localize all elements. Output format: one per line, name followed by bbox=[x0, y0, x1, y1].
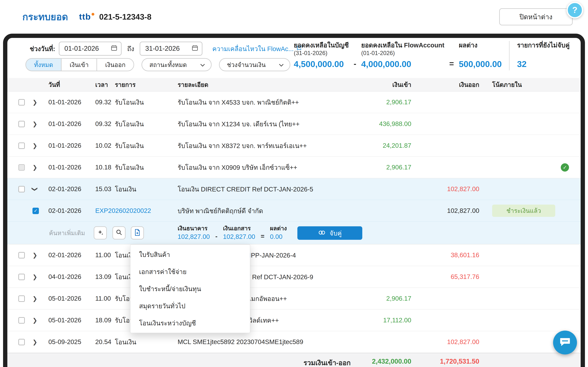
row-type: โอนเงิน bbox=[112, 184, 177, 194]
table-row[interactable]: ❯ 05-01-2026 18.09 รับโอนเงิน รับโอนเงิน… bbox=[7, 309, 581, 331]
summary-divider bbox=[509, 41, 510, 70]
difference-amount-value: 0.00 bbox=[270, 232, 287, 241]
bank-balance-date: (31-01-2026) bbox=[294, 49, 349, 57]
col-date: วันที่ bbox=[43, 80, 91, 90]
status-dropdown[interactable]: สถานะทั้งหมด bbox=[141, 58, 212, 71]
row-detail: MCL SME1jtec5892 20230704SME1jtec589 bbox=[177, 338, 359, 346]
expand-chevron-icon[interactable]: ❯ bbox=[33, 251, 37, 259]
row-time: 13.09 bbox=[91, 273, 112, 280]
ttb-logo: ttb bbox=[79, 12, 94, 22]
date-to-input[interactable]: 31-01-2026 bbox=[140, 42, 203, 56]
date-filter-row: ช่วงวันที่: 01-01-2026 ถึง 31-01-2026 คว… bbox=[30, 42, 302, 56]
bank-amount-block: เงินธนาคาร 102,827.00 bbox=[178, 225, 210, 241]
col-money-in: เงินเข้า bbox=[359, 80, 411, 90]
row-checkbox[interactable] bbox=[18, 164, 25, 170]
amount-range-dropdown[interactable]: ช่วงจำนวนเงิน bbox=[219, 58, 291, 71]
minus-operator: - bbox=[349, 59, 361, 70]
table-row[interactable]: ❯ 04-01-2026 13.09 โอนเงิน โอนเงิน DIREC… bbox=[7, 266, 581, 288]
table-header: วันที่ เวลา รายการ รายละเอียด เงินเข้า เ… bbox=[7, 78, 581, 92]
row-date: 01-01-2026 bbox=[43, 120, 91, 127]
row-checkbox[interactable] bbox=[18, 339, 25, 345]
row-amount-in: 2,906.17 bbox=[359, 295, 411, 302]
menu-item-expense-document[interactable]: เอกสารค่าใช้จ่าย bbox=[130, 263, 250, 280]
close-window-button[interactable]: ปิดหน้าต่าง bbox=[499, 8, 573, 25]
difference-value: 500,000.00 bbox=[459, 58, 502, 70]
document-amount-block: เงินเอกสาร 102,827.00 bbox=[223, 225, 255, 241]
expand-chevron-icon[interactable]: ❯ bbox=[33, 120, 37, 127]
row-date: 02-01-2026 bbox=[43, 185, 91, 193]
chat-widget-button[interactable] bbox=[553, 331, 577, 354]
flowaccount-movement-link[interactable]: ความเคลื่อนไหวใน FlowAc... bbox=[212, 44, 302, 54]
table-row[interactable]: ❯ 01-01-2026 10.02 รับโอนเงิน รับโอนเงิน… bbox=[7, 135, 581, 157]
minus-operator: - bbox=[210, 233, 223, 241]
table-row[interactable]: ❯ 05-09-2025 20.54 โอนเงิน MCL SME1jtec5… bbox=[7, 331, 581, 353]
auto-match-button[interactable] bbox=[94, 226, 107, 240]
table-row[interactable]: ❯ 05-01-2026 11.00 รับโอนเงิน รับโอนเงิน… bbox=[7, 288, 581, 309]
expand-chevron-icon[interactable]: ❯ bbox=[33, 99, 37, 106]
flowaccount-balance-label: ยอดคงเหลือใน FlowAccount bbox=[361, 41, 444, 49]
table-row-expanded[interactable]: ❯ 02-01-2026 15.03 โอนเงิน โอนเงิน DIREC… bbox=[7, 178, 581, 200]
row-detail: รับโอนเงิน จาก X0909 บริษัท เอ็กซ์วาแซ็+… bbox=[177, 162, 359, 172]
match-button[interactable]: จับคู่ bbox=[297, 226, 362, 240]
tab-money-in[interactable]: เงินเข้า bbox=[61, 59, 97, 71]
difference-label: ผลต่าง bbox=[459, 41, 502, 49]
expand-chevron-icon[interactable]: ❯ bbox=[33, 273, 37, 280]
row-amount-in: 24,201.87 bbox=[359, 142, 411, 149]
date-from-input[interactable]: 01-01-2026 bbox=[59, 42, 122, 56]
menu-item-goods-receipt[interactable]: ใบรับสินค้า bbox=[130, 246, 250, 263]
expand-chevron-icon[interactable]: ❯ bbox=[33, 142, 37, 149]
table-row[interactable]: ❯ 02-01-2026 11.00 โอนเงิน โอนเงิน TRANS… bbox=[7, 244, 581, 266]
menu-item-general-journal[interactable]: สมุดรายวันทั่วไป bbox=[130, 297, 250, 314]
table-row[interactable]: ❯ 01-01-2026 09.32 รับโอนเงิน รับโอนเงิน… bbox=[7, 113, 581, 135]
paid-status-badge: ชำระเงินแล้ว bbox=[492, 205, 555, 217]
document-amount-label: เงินเอกสาร bbox=[223, 225, 255, 232]
matched-document-row[interactable]: ✓ 02-01-2026 EXP202602020022 บริษัท พาณิ… bbox=[7, 200, 581, 222]
row-checkbox[interactable] bbox=[18, 295, 25, 302]
date-to-label: ถึง bbox=[127, 44, 134, 54]
expand-chevron-icon[interactable]: ❯ bbox=[33, 338, 37, 345]
calendar-icon[interactable] bbox=[111, 44, 117, 53]
menu-item-debt-payment[interactable]: ใบชำระหนี้/จ่ายเงินทุน bbox=[130, 280, 250, 297]
chat-icon bbox=[559, 336, 571, 349]
expand-chevron-icon[interactable]: ❯ bbox=[33, 164, 37, 171]
document-type-menu: ใบรับสินค้า เอกสารค่าใช้จ่าย ใบชำระหนี้/… bbox=[130, 244, 250, 333]
tab-all[interactable]: ทั้งหมด bbox=[26, 59, 61, 71]
collapse-chevron-icon[interactable]: ❯ bbox=[31, 187, 38, 192]
filters-area: ช่วงวันที่: 01-01-2026 ถึง 31-01-2026 คว… bbox=[7, 38, 581, 78]
row-checkbox[interactable] bbox=[18, 317, 25, 323]
calendar-icon[interactable] bbox=[192, 44, 198, 53]
search-button[interactable] bbox=[112, 226, 126, 240]
row-date: 05-01-2026 bbox=[43, 295, 91, 302]
row-date: 04-01-2026 bbox=[43, 273, 91, 280]
row-type: โอนเงิน bbox=[112, 337, 177, 347]
row-checkbox[interactable] bbox=[18, 274, 25, 280]
document-checkbox[interactable]: ✓ bbox=[33, 208, 39, 214]
bank-balance-label: ยอดคงเหลือในบัญชี bbox=[294, 41, 349, 49]
table-row[interactable]: ❯ 01-01-2026 10.18 รับโอนเงิน รับโอนเงิน… bbox=[7, 157, 581, 178]
expand-chevron-icon[interactable]: ❯ bbox=[33, 295, 37, 302]
bank-amount-value: 102,827.00 bbox=[178, 232, 210, 241]
document-number-link[interactable]: EXP202602020022 bbox=[91, 207, 177, 214]
totals-row: รวมเงินเข้า-ออก 2,432,000.00 1,720,531.5… bbox=[7, 353, 581, 367]
help-button[interactable]: ? bbox=[567, 2, 583, 18]
search-more-label: ค้นหาเพิ่มเติม bbox=[49, 228, 85, 238]
flowaccount-balance-block: ยอดคงเหลือใน FlowAccount (01-01-2026) 4,… bbox=[361, 41, 444, 70]
row-checkbox[interactable] bbox=[18, 121, 25, 127]
add-document-button[interactable] bbox=[131, 226, 144, 240]
tab-money-out[interactable]: เงินออก bbox=[97, 59, 134, 71]
direction-tabs: ทั้งหมด เงินเข้า เงินออก bbox=[26, 58, 134, 71]
total-money-in: 2,432,000.00 bbox=[359, 358, 411, 366]
row-checkbox[interactable] bbox=[18, 142, 25, 149]
search-icon bbox=[116, 229, 122, 237]
row-checkbox[interactable] bbox=[18, 99, 25, 105]
total-money-out: 1,720,531.50 bbox=[411, 358, 479, 366]
row-checkbox[interactable] bbox=[18, 186, 25, 192]
page-title: กระทบยอด bbox=[22, 9, 68, 25]
table-row[interactable]: ❯ 01-01-2026 09.32 รับโอนเงิน รับโอนเงิน… bbox=[7, 92, 581, 113]
row-checkbox[interactable] bbox=[18, 252, 25, 258]
col-time: เวลา bbox=[91, 80, 112, 90]
row-time: 11.00 bbox=[91, 251, 112, 259]
reconciliation-page: กระทบยอด ttb 021-5-12343-8 ปิดหน้าต่าง ?… bbox=[0, 0, 588, 367]
menu-item-transfer-between-accounts[interactable]: โอนเงินระหว่างบัญชี bbox=[130, 314, 250, 332]
expand-chevron-icon[interactable]: ❯ bbox=[33, 317, 37, 324]
